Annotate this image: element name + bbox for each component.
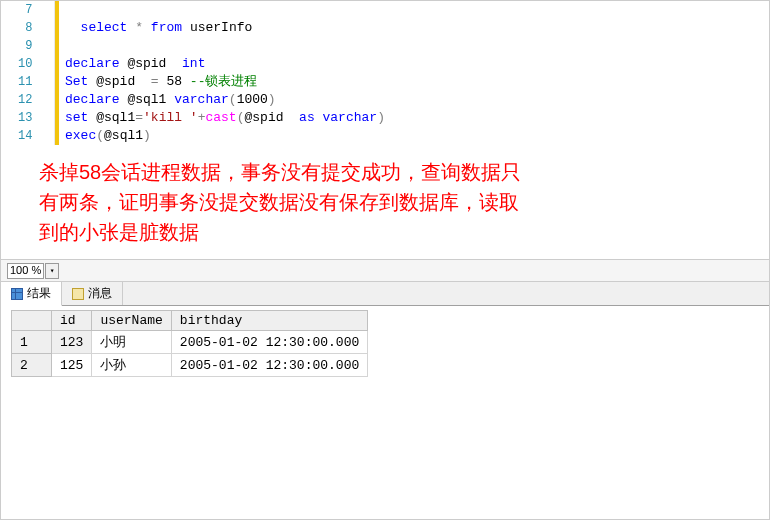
- row-index[interactable]: 2: [12, 354, 52, 377]
- change-marker: [55, 19, 59, 37]
- cell-birthday[interactable]: 2005-01-02 12:30:00.000: [171, 331, 367, 354]
- line-number: 7: [1, 1, 34, 19]
- gutter-row: 11: [1, 73, 54, 91]
- results-grid[interactable]: id userName birthday 1123小明2005-01-02 12…: [1, 306, 769, 381]
- code-line[interactable]: exec(@sql1): [55, 127, 769, 145]
- change-marker: [55, 127, 59, 145]
- annotation-line: 有两条，证明事务没提交数据没有保存到数据库，读取: [39, 187, 769, 217]
- annotation-line: 到的小张是脏数据: [39, 217, 769, 247]
- table-row[interactable]: 2125小孙2005-01-02 12:30:00.000: [12, 354, 368, 377]
- table-row[interactable]: 1123小明2005-01-02 12:30:00.000: [12, 331, 368, 354]
- results-table[interactable]: id userName birthday 1123小明2005-01-02 12…: [11, 310, 368, 377]
- zoom-select[interactable]: 100 %: [7, 263, 44, 279]
- code-line[interactable]: [55, 1, 769, 19]
- line-number: 9: [1, 37, 34, 55]
- code-line[interactable]: declare @sql1 varchar(1000): [55, 91, 769, 109]
- annotation-text: 杀掉58会话进程数据，事务没有提交成功，查询数据只 有两条，证明事务没提交数据没…: [1, 145, 769, 259]
- code-line[interactable]: declare @spid int: [55, 55, 769, 73]
- cell-birthday[interactable]: 2005-01-02 12:30:00.000: [171, 354, 367, 377]
- annotation-line: 杀掉58会话进程数据，事务没有提交成功，查询数据只: [39, 157, 769, 187]
- code-editor[interactable]: 7891011121314 select * from userInfodecl…: [1, 1, 769, 145]
- row-index[interactable]: 1: [12, 331, 52, 354]
- line-number: 12: [1, 91, 34, 109]
- line-number: 13: [1, 109, 34, 127]
- tab-results[interactable]: 结果: [1, 282, 62, 306]
- line-number: 8: [1, 19, 34, 37]
- cell-username[interactable]: 小孙: [92, 354, 171, 377]
- cell-id[interactable]: 125: [52, 354, 92, 377]
- code-line[interactable]: set @sql1='kill '+cast(@spid as varchar): [55, 109, 769, 127]
- code-line[interactable]: select * from userInfo: [55, 19, 769, 37]
- change-marker: [55, 109, 59, 127]
- gutter-row: 14: [1, 127, 54, 145]
- line-number: 10: [1, 55, 34, 73]
- col-header-birthday[interactable]: birthday: [171, 311, 367, 331]
- change-marker: [55, 91, 59, 109]
- tab-results-label: 结果: [27, 285, 51, 302]
- cell-id[interactable]: 123: [52, 331, 92, 354]
- gutter-row: 8: [1, 19, 54, 37]
- line-number: 11: [1, 73, 34, 91]
- message-icon: [72, 288, 84, 300]
- gutter-row: 12: [1, 91, 54, 109]
- cell-username[interactable]: 小明: [92, 331, 171, 354]
- gutter: 7891011121314: [1, 1, 55, 145]
- code-area[interactable]: select * from userInfodeclare @spid intS…: [55, 1, 769, 145]
- change-marker: [55, 1, 59, 19]
- zoom-dropdown-icon[interactable]: ▾: [45, 263, 59, 279]
- zoom-bar: 100 % ▾: [1, 259, 769, 281]
- results-tabs: 结果 消息: [1, 281, 769, 306]
- gutter-row: 9: [1, 37, 54, 55]
- gutter-row: 7: [1, 1, 54, 19]
- table-header-row: id userName birthday: [12, 311, 368, 331]
- line-number: 14: [1, 127, 34, 145]
- code-line[interactable]: [55, 37, 769, 55]
- code-line[interactable]: Set @spid = 58 --锁表进程: [55, 73, 769, 91]
- gutter-row: 10: [1, 55, 54, 73]
- change-marker: [55, 73, 59, 91]
- corner-cell: [12, 311, 52, 331]
- col-header-id[interactable]: id: [52, 311, 92, 331]
- change-marker: [55, 55, 59, 73]
- tab-messages[interactable]: 消息: [62, 282, 123, 305]
- col-header-username[interactable]: userName: [92, 311, 171, 331]
- gutter-row: 13: [1, 109, 54, 127]
- grid-icon: [11, 288, 23, 300]
- tab-messages-label: 消息: [88, 285, 112, 302]
- change-marker: [55, 37, 59, 55]
